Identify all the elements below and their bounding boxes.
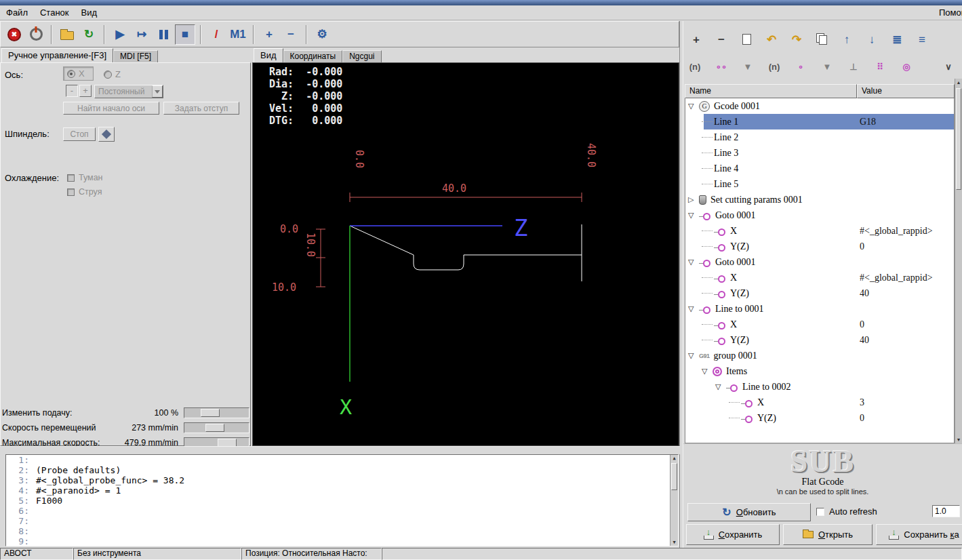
- zoom-in-icon[interactable]: +: [259, 24, 279, 45]
- tree-row[interactable]: Y(Z)40: [685, 285, 954, 301]
- slider-handle[interactable]: [205, 424, 224, 432]
- tree-row[interactable]: ▽Goto 0001: [685, 254, 954, 270]
- collapse-icon[interactable]: ▽: [715, 379, 726, 395]
- refresh-interval-input[interactable]: [932, 505, 960, 517]
- tree-row[interactable]: ▽G91group 0001: [685, 348, 954, 363]
- coolant-flood-checkbox[interactable]: Струя: [67, 187, 102, 197]
- tree-scrollbar-thumb[interactable]: [956, 88, 961, 190]
- drill2-icon[interactable]: ▼: [818, 58, 836, 75]
- code-line[interactable]: 2:(Probe defaults): [6, 465, 678, 475]
- redo-icon[interactable]: ↷: [786, 30, 807, 49]
- tree-row[interactable]: X3: [685, 395, 954, 410]
- tree-row[interactable]: Y(Z)0: [685, 239, 954, 254]
- tree-row[interactable]: Y(Z)40: [685, 332, 954, 348]
- remove-icon[interactable]: −: [711, 30, 731, 49]
- slider-trough[interactable]: [184, 422, 249, 433]
- window-titlebar[interactable]: [0, 0, 962, 5]
- code-line[interactable]: 7:: [6, 516, 678, 526]
- code-line[interactable]: 8:: [6, 526, 678, 536]
- tree-row[interactable]: Line 2: [685, 129, 954, 145]
- tab-manual-control[interactable]: Ручное управление-[F3]: [1, 48, 113, 63]
- tree-row[interactable]: ▽Line to 0002: [685, 379, 954, 395]
- target-icon[interactable]: ◎: [898, 58, 915, 75]
- tab-preview[interactable]: Вид: [254, 48, 283, 63]
- collapse-icon[interactable]: ▽: [688, 207, 699, 223]
- estop-icon[interactable]: ✖: [4, 24, 24, 45]
- save-as-button[interactable]: Сохранить ка: [876, 524, 962, 545]
- node-chain-icon[interactable]: ∘∘: [713, 58, 730, 75]
- gcode-editor[interactable]: 1:2:(Probe defaults)3:#<_global_probe_fu…: [5, 454, 679, 546]
- axis-radio-x[interactable]: X: [63, 66, 94, 81]
- wrench-icon[interactable]: ⚙: [312, 24, 332, 45]
- node-icon[interactable]: ∘: [792, 58, 809, 75]
- tree-row[interactable]: Line 5: [685, 176, 954, 192]
- open-file-icon[interactable]: [57, 24, 77, 45]
- tree-scroll-up-icon[interactable]: ▲: [955, 80, 962, 85]
- auto-refresh-checkbox[interactable]: [816, 508, 824, 516]
- collapse-icon[interactable]: ▽: [688, 301, 699, 317]
- preview-canvas[interactable]: 40.0 0.0 40.0 0.0 10.0 10.0 Z X Rad: -0.…: [252, 62, 679, 446]
- export-page-icon[interactable]: [736, 30, 757, 49]
- machine-power-icon[interactable]: [26, 24, 46, 45]
- subroutine-n-icon[interactable]: (n): [686, 58, 704, 75]
- more-features-chevron-icon[interactable]: ∨: [940, 58, 957, 75]
- tree-row[interactable]: X#<_global_rappid>: [685, 270, 954, 285]
- run-icon[interactable]: ▶: [110, 24, 130, 45]
- tree-row[interactable]: ▽Line to 0001: [685, 301, 954, 317]
- spindle-stop-button[interactable]: Стоп: [63, 127, 96, 141]
- coolant-mist-checkbox[interactable]: Туман: [67, 173, 103, 182]
- list-top-icon[interactable]: ≣: [887, 30, 907, 49]
- scroll-down-icon[interactable]: ▼: [670, 540, 678, 545]
- column-header-value[interactable]: Value: [857, 84, 955, 98]
- tree-row[interactable]: X0: [685, 317, 954, 332]
- list-bottom-icon[interactable]: ≡: [912, 30, 932, 49]
- expand-icon[interactable]: ▷: [688, 192, 699, 207]
- horizontal-sash[interactable]: [0, 446, 680, 454]
- slider-handle[interactable]: [201, 409, 220, 417]
- save-button[interactable]: Сохранить: [686, 524, 780, 545]
- column-header-name[interactable]: Name: [685, 84, 857, 98]
- menu-help[interactable]: Помощь: [939, 7, 962, 18]
- slider-trough[interactable]: [184, 407, 249, 418]
- tab-dro[interactable]: Координаты: [283, 50, 343, 63]
- undo-icon[interactable]: ↶: [761, 30, 782, 49]
- block-delete-icon[interactable]: /: [206, 24, 226, 45]
- tree-row[interactable]: Line 1G18: [685, 114, 954, 129]
- pause-icon[interactable]: [153, 24, 174, 45]
- axis-radio-z[interactable]: Z: [104, 69, 121, 79]
- probe-tool-icon[interactable]: ⊥: [845, 58, 862, 75]
- optional-stop-icon[interactable]: M1: [228, 24, 248, 45]
- tab-mdi[interactable]: MDI [F5]: [113, 50, 158, 63]
- tree-row[interactable]: Line 4: [685, 161, 954, 176]
- menu-item-0[interactable]: Файл: [0, 6, 34, 19]
- code-line[interactable]: 9:: [6, 536, 678, 546]
- tree-row[interactable]: ▽Goto 0001: [685, 207, 954, 223]
- set-offset-button[interactable]: Задать отступ: [163, 102, 239, 115]
- drill-icon[interactable]: ▼: [739, 58, 757, 75]
- tree-row[interactable]: X#<_global_rappid>: [685, 223, 954, 239]
- home-axis-button[interactable]: Найти начало оси: [63, 102, 159, 115]
- subroutine-n2-icon[interactable]: (n): [765, 58, 783, 75]
- reload-icon[interactable]: ↻: [79, 24, 99, 45]
- tree-row[interactable]: Y(Z)0: [685, 410, 954, 426]
- zoom-out-icon[interactable]: −: [281, 24, 301, 45]
- tree-scroll-down-icon[interactable]: ▼: [955, 437, 962, 442]
- stop-icon[interactable]: ■: [175, 24, 195, 45]
- jog-minus-button[interactable]: -: [66, 85, 78, 97]
- tree-row[interactable]: ▽Items: [685, 363, 954, 379]
- menu-item-1[interactable]: Станок: [34, 6, 75, 19]
- tree-scrollbar[interactable]: ▲ ▼: [955, 79, 962, 443]
- add-icon[interactable]: +: [686, 30, 706, 49]
- dot-grid-icon[interactable]: ⠿: [871, 58, 889, 75]
- duplicate-icon[interactable]: [811, 30, 832, 49]
- editor-scrollbar[interactable]: ▲ ▼: [670, 455, 678, 546]
- code-line[interactable]: 4:#<_paranoid> = 1: [6, 485, 678, 496]
- scroll-up-icon[interactable]: ▲: [670, 456, 678, 461]
- menu-item-2[interactable]: Вид: [75, 6, 104, 19]
- tab-ngcgui[interactable]: Ngcgui: [342, 50, 381, 63]
- tree-row[interactable]: ▷Set cutting params 0001: [685, 192, 954, 207]
- code-line[interactable]: 6:: [6, 506, 678, 516]
- move-down-icon[interactable]: ↓: [862, 30, 882, 49]
- collapse-icon[interactable]: ▽: [688, 348, 699, 363]
- code-line[interactable]: 1:: [6, 455, 678, 465]
